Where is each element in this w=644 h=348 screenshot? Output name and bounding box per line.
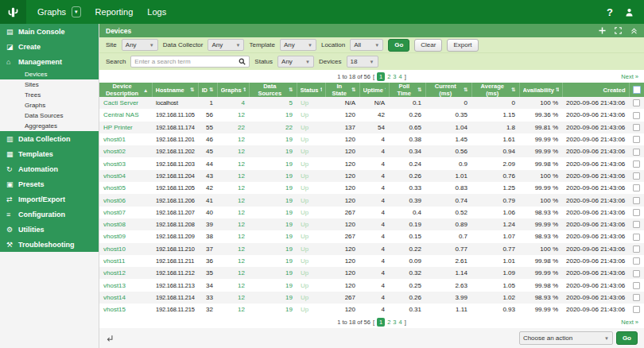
column-header-status[interactable]: Status⇅ (297, 83, 325, 97)
page-link-2[interactable]: 2 (387, 319, 390, 326)
row-checkbox[interactable] (633, 184, 640, 191)
search-input[interactable] (134, 58, 239, 65)
sidebar-item-presets[interactable]: ▣Presets (0, 176, 99, 191)
device-link[interactable]: vhost02 (99, 145, 152, 157)
device-link[interactable]: vhost13 (99, 279, 152, 291)
cell-data-sources[interactable]: 19 (249, 145, 297, 157)
row-checkbox[interactable] (633, 149, 640, 156)
cell-graphs[interactable]: 12 (217, 194, 249, 206)
cell-graphs[interactable]: 12 (217, 145, 249, 157)
device-link[interactable]: vhost12 (99, 267, 152, 279)
export-button[interactable]: Export (447, 39, 478, 52)
choose-action-select[interactable]: Choose an action▼ (519, 331, 613, 345)
sidebar-item-automation[interactable]: ↻Automation (0, 161, 99, 176)
next-page-link[interactable]: Next » (621, 319, 638, 326)
sidebar-subitem-data-sources[interactable]: Data Sources (0, 110, 99, 121)
sidebar-subitem-graphs[interactable]: Graphs (0, 100, 99, 110)
cell-data-sources[interactable]: 19 (249, 218, 297, 230)
action-go-button[interactable]: Go (616, 331, 638, 345)
row-checkbox[interactable] (633, 306, 640, 313)
cell-graphs[interactable]: 12 (217, 157, 249, 169)
cell-graphs[interactable]: 12 (217, 133, 249, 145)
sidebar-item-utilities[interactable]: ⚙Utilities (0, 222, 99, 237)
device-link[interactable]: vhost01 (99, 133, 152, 145)
collapse-icon[interactable] (630, 27, 638, 34)
cell-data-sources[interactable]: 19 (249, 133, 297, 145)
column-header-current-ms[interactable]: Current (ms)⇅ (425, 83, 471, 97)
cacti-logo[interactable] (0, 0, 26, 24)
device-link[interactable]: Central NAS (99, 109, 152, 121)
device-link[interactable]: vhost08 (99, 218, 152, 230)
sidebar-item-import-export[interactable]: ⇄Import/Export (0, 191, 99, 207)
row-checkbox[interactable] (633, 124, 640, 131)
cell-graphs[interactable]: 12 (217, 279, 249, 291)
cell-graphs[interactable]: 12 (217, 230, 249, 242)
select-all-header[interactable] (629, 83, 644, 97)
cell-data-sources[interactable]: 19 (249, 230, 297, 242)
cell-data-sources[interactable]: 5 (249, 97, 297, 109)
cell-graphs[interactable]: 12 (217, 255, 249, 267)
row-checkbox[interactable] (633, 136, 640, 143)
cell-data-sources[interactable]: 19 (249, 207, 297, 218)
device-link[interactable]: vhost11 (99, 255, 152, 267)
next-page-link[interactable]: Next » (621, 73, 638, 80)
device-link[interactable]: Cacti Server (99, 97, 152, 109)
page-link-3[interactable]: 3 (393, 73, 396, 80)
cell-data-sources[interactable]: 19 (249, 255, 297, 267)
cell-data-sources[interactable]: 19 (249, 170, 297, 182)
page-link-1[interactable]: 1 (377, 318, 385, 327)
help-icon[interactable]: ? (607, 6, 613, 18)
cell-data-sources[interactable]: 19 (249, 304, 297, 315)
cell-data-sources[interactable]: 19 (249, 292, 297, 304)
row-checkbox[interactable] (633, 112, 640, 119)
nav-graphs[interactable]: Graphs ▾ (37, 6, 81, 17)
select-all-checkbox[interactable] (633, 86, 641, 94)
device-link[interactable]: vhost06 (99, 194, 152, 206)
cell-data-sources[interactable]: 19 (249, 279, 297, 291)
cell-graphs[interactable]: 22 (217, 122, 249, 133)
cell-graphs[interactable]: 4 (217, 97, 249, 109)
search-icon[interactable] (239, 58, 246, 65)
cell-data-sources[interactable]: 19 (249, 194, 297, 206)
row-checkbox[interactable] (633, 246, 640, 253)
site-select[interactable]: Any▼ (122, 39, 158, 51)
nav-logs[interactable]: Logs (147, 7, 166, 17)
cell-data-sources[interactable]: 22 (249, 122, 297, 133)
device-link[interactable]: vhost07 (99, 207, 152, 218)
device-link[interactable]: HP Printer (99, 122, 152, 133)
nav-reporting[interactable]: Reporting (95, 7, 134, 17)
sidebar-subitem-devices[interactable]: Devices (0, 69, 99, 79)
page-link-4[interactable]: 4 (399, 73, 402, 80)
column-header-data-sources[interactable]: Data Sources⇅ (249, 83, 297, 97)
data-collector-select[interactable]: Any▼ (208, 39, 244, 51)
sidebar-item-templates[interactable]: ▦Templates (0, 146, 99, 161)
cell-graphs[interactable]: 12 (217, 207, 249, 218)
cell-graphs[interactable]: 12 (217, 304, 249, 315)
device-link[interactable]: vhost04 (99, 170, 152, 182)
column-header-average-ms[interactable]: Average (ms)⇅ (471, 83, 519, 97)
sidebar-subitem-sites[interactable]: Sites (0, 79, 99, 90)
fullscreen-icon[interactable] (615, 27, 622, 34)
column-header-uptime[interactable]: Uptime⇅ (359, 83, 389, 97)
template-select[interactable]: Any▼ (280, 39, 316, 51)
user-icon[interactable] (624, 7, 634, 17)
row-checkbox[interactable] (633, 99, 640, 106)
page-link-4[interactable]: 4 (399, 319, 402, 326)
row-checkbox[interactable] (633, 197, 640, 204)
cell-graphs[interactable]: 12 (217, 109, 249, 121)
column-header-in-state[interactable]: In State⇅ (325, 83, 359, 97)
device-link[interactable]: vhost09 (99, 230, 152, 242)
sidebar-item-main-console[interactable]: ▤Main Console (0, 24, 99, 39)
device-link[interactable]: vhost03 (99, 157, 152, 169)
row-checkbox[interactable] (633, 221, 640, 228)
device-link[interactable]: vhost15 (99, 304, 152, 315)
cell-graphs[interactable]: 12 (217, 267, 249, 279)
sidebar-item-management[interactable]: ⌂Management (0, 54, 99, 69)
column-header-graphs[interactable]: Graphs⇅ (217, 83, 249, 97)
row-checkbox[interactable] (633, 294, 640, 301)
page-link-3[interactable]: 3 (393, 319, 396, 326)
cell-graphs[interactable]: 12 (217, 292, 249, 304)
column-header-device-description[interactable]: Device Description▲ (99, 83, 152, 97)
column-header-created[interactable]: Created (562, 83, 629, 97)
device-link[interactable]: vhost05 (99, 182, 152, 194)
